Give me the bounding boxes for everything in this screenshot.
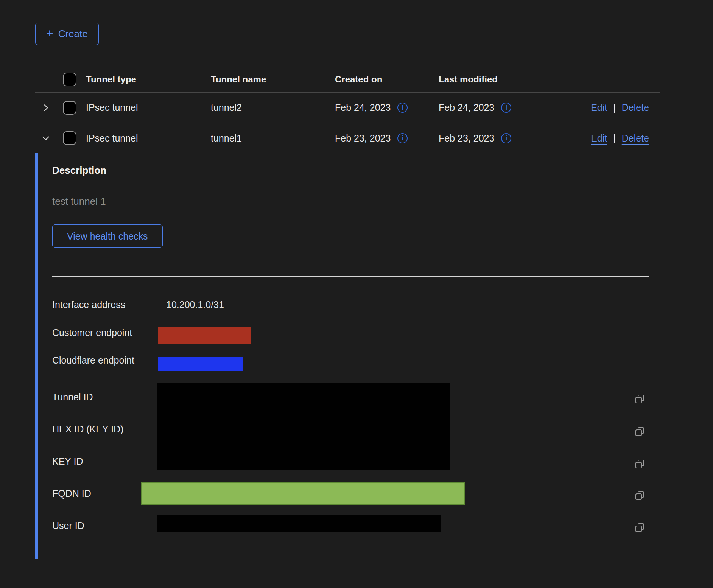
copy-icon[interactable] [635, 426, 645, 437]
tunnels-table: Tunnel type Tunnel name Created on Last … [35, 66, 660, 559]
key-id-label: KEY ID [52, 456, 83, 467]
info-icon-glyph: i [505, 134, 507, 142]
delete-link[interactable]: Delete [622, 133, 649, 144]
ids-redacted-block [157, 383, 450, 470]
table-row: IPsec tunnel tunnel2 Feb 24, 2023 i Feb … [35, 93, 660, 123]
table-row: IPsec tunnel tunnel1 Feb 23, 2023 i Feb … [35, 123, 660, 153]
info-icon-glyph: i [505, 104, 507, 112]
copy-icon-glyph [635, 459, 645, 470]
interface-address-label: Interface address [52, 299, 125, 310]
tunnels-page: + Create Tunnel type Tunnel name Created… [0, 0, 713, 588]
table-header: Tunnel type Tunnel name Created on Last … [35, 66, 660, 93]
tunnel-name-cell: tunnel2 [208, 102, 332, 113]
info-icon-glyph: i [402, 134, 403, 142]
tunnel-type-cell: IPsec tunnel [83, 102, 208, 113]
description-label: Description [52, 165, 106, 176]
copy-icon-glyph [635, 523, 645, 533]
fqdn-id-redacted-block [141, 482, 465, 505]
created-on-value: Feb 23, 2023 [335, 133, 391, 144]
cloudflare-endpoint-label: Cloudflare endpoint [52, 355, 134, 366]
row-actions: Edit | Delete [579, 133, 660, 144]
view-health-checks-button[interactable]: View health checks [52, 224, 163, 248]
info-icon[interactable]: i [397, 133, 408, 143]
description-value: test tunnel 1 [52, 196, 106, 207]
last-modified-cell: Feb 24, 2023 i [436, 102, 579, 113]
create-button[interactable]: + Create [35, 23, 99, 45]
expand-row-button[interactable] [35, 103, 56, 113]
create-button-label: Create [58, 28, 88, 40]
last-modified-value: Feb 23, 2023 [439, 133, 494, 144]
section-divider [52, 276, 649, 277]
header-last-modified: Last modified [436, 74, 579, 85]
customer-endpoint-redacted-block [158, 327, 251, 344]
tunnel-type-cell: IPsec tunnel [83, 133, 208, 144]
copy-icon-glyph [635, 426, 645, 437]
copy-icon[interactable] [635, 490, 645, 501]
header-checkbox-cell [56, 73, 83, 86]
last-modified-value: Feb 24, 2023 [439, 102, 494, 113]
copy-icon[interactable] [635, 459, 645, 470]
select-all-checkbox[interactable] [63, 73, 76, 86]
expanded-panel: Description test tunnel 1 View health ch… [35, 153, 660, 559]
copy-icon-glyph [635, 394, 645, 404]
tunnel-id-label: Tunnel ID [52, 392, 93, 403]
user-id-label: User ID [52, 520, 84, 531]
info-icon-glyph: i [402, 104, 403, 112]
last-modified-cell: Feb 23, 2023 i [436, 133, 579, 144]
customer-endpoint-label: Customer endpoint [52, 327, 132, 338]
tunnel-name-cell: tunnel1 [208, 133, 332, 144]
created-on-cell: Feb 23, 2023 i [332, 133, 436, 144]
chevron-down-icon [41, 133, 51, 143]
actions-separator: | [613, 102, 616, 113]
copy-icon[interactable] [635, 523, 645, 533]
header-created-on: Created on [332, 74, 436, 85]
hex-id-label: HEX ID (KEY ID) [52, 424, 123, 435]
plus-icon: + [46, 27, 53, 39]
collapse-row-button[interactable] [35, 133, 56, 143]
delete-link[interactable]: Delete [622, 102, 649, 113]
chevron-right-icon [41, 103, 51, 113]
info-icon[interactable]: i [501, 133, 511, 143]
row-checkbox[interactable] [63, 101, 76, 115]
header-tunnel-type: Tunnel type [83, 74, 208, 85]
edit-link[interactable]: Edit [591, 102, 607, 113]
user-id-redacted-block [157, 515, 441, 532]
row-checkbox[interactable] [63, 131, 76, 145]
interface-address-value: 10.200.1.0/31 [166, 299, 224, 310]
actions-separator: | [613, 133, 616, 144]
row-actions: Edit | Delete [579, 102, 660, 113]
cloudflare-endpoint-redacted-block [158, 357, 243, 371]
info-icon[interactable]: i [501, 103, 511, 113]
edit-link[interactable]: Edit [591, 133, 607, 144]
header-tunnel-name: Tunnel name [208, 74, 332, 85]
copy-icon[interactable] [635, 394, 645, 404]
copy-icon-glyph [635, 490, 645, 501]
created-on-cell: Feb 24, 2023 i [332, 102, 436, 113]
created-on-value: Feb 24, 2023 [335, 102, 391, 113]
fqdn-id-label: FQDN ID [52, 488, 91, 499]
info-icon[interactable]: i [397, 103, 408, 113]
